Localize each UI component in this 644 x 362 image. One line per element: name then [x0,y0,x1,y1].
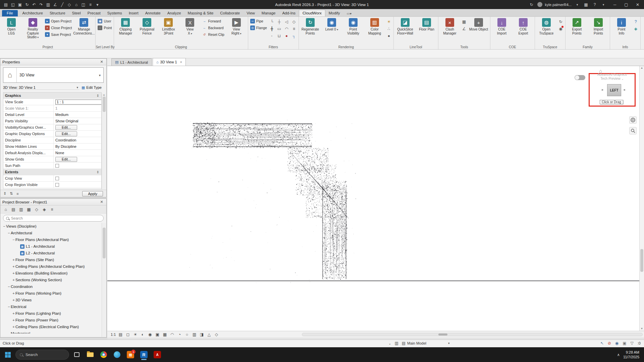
save-project-button[interactable]: ▾Save Project [44,32,73,38]
temp-view-properties-icon[interactable]: ◨ [199,332,204,337]
tree-item-mechanical[interactable]: −Mechanical [0,330,106,334]
fitter-coupling-icon[interactable]: ▭ [276,25,282,32]
temp-hide-icon[interactable]: ◔ [177,332,182,337]
tree-item-l2-architectural[interactable]: ▦L2 - Architectural [0,250,106,256]
sort-ascending-icon[interactable]: ⇕ [2,191,7,196]
exclude-options-icon[interactable]: ▣ [623,341,626,346]
point-info-button[interactable]: iPointInfo [611,17,632,36]
tray-expand-icon[interactable]: ∧ [617,353,620,357]
ribbon-tab-annotate[interactable]: Annotate [142,10,164,16]
about-icon[interactable]: ◈ [633,25,639,32]
signed-in-user[interactable]: kyle.palmerR4... [545,3,572,7]
truspace-camera-icon[interactable]: ◉ [557,25,564,32]
ribbon-tab-structure[interactable]: Structure [46,10,69,16]
tree-item-floor-plans-lighting-plan[interactable]: +Floor Plans (Lighting Plan) [0,310,106,317]
orange-app-button[interactable]: ▦1 [125,349,136,360]
ribbon-tab-add-ins[interactable]: Add-Ins [279,10,299,16]
editable-only-icon[interactable]: ▥ [394,341,398,346]
property-checkbox[interactable] [55,164,59,168]
close-button[interactable]: ✕ [632,0,643,9]
project-browser-close-icon[interactable]: ✕ [99,200,104,204]
maximize-button[interactable]: ▢ [621,0,632,9]
property-value[interactable]: By Discipline [54,143,101,149]
modify-icon[interactable]: ╱ [59,1,65,8]
print-icon[interactable]: ▥ [45,1,51,8]
expand-icon[interactable]: + [12,325,15,329]
filter-icon[interactable]: ▽ [631,341,634,346]
expand-icon[interactable]: + [12,258,15,262]
edit-type-button[interactable]: ▦ Edit Type [79,85,104,90]
browser-scrollbar[interactable] [102,223,106,337]
qat-customize-icon[interactable]: ▾ [94,1,101,8]
sun-path-icon[interactable]: ☀ [132,332,138,337]
collapse-icon[interactable]: − [7,331,11,334]
horizontal-scroll-thumb[interactable] [438,334,447,336]
clash-manager-button[interactable]: ×ClashManager [439,17,460,36]
ribbon-tab-steel[interactable]: Steel [69,10,84,16]
expand-icon[interactable]: + [12,271,15,275]
import-points-button[interactable]: ↘ImportPoints [588,17,609,36]
color-mapping-button[interactable]: ▥ColorMapping [364,17,385,36]
property-value[interactable]: Show Original [54,118,101,124]
zoom-tool-icon[interactable] [629,127,637,134]
fitter-tee-icon[interactable]: ┼ [276,18,282,25]
forward-button[interactable]: →Forward [201,18,225,24]
ribbon-tab-systems[interactable]: Systems [104,10,125,16]
view-right-button[interactable]: ▶ViewRight ▾ [226,17,247,36]
tree-item-electrical[interactable]: −Electrical [0,303,106,310]
grid-tool-icon[interactable]: ▦ [461,18,467,25]
active-workset-selector[interactable]: ▤ Main Model ▾ [402,341,450,346]
quickslice-button[interactable]: ◪QuickSliceFloor+Wall [395,17,416,36]
view-tab-l1-architectural[interactable]: ▤ L1 - Architectural [111,58,152,66]
flange-button[interactable]: ◎Flange [249,25,268,31]
sync-status-icon[interactable]: ↻ [529,2,535,7]
expand-icon[interactable]: + [12,291,15,295]
help-caret-icon[interactable]: ▾ [600,3,606,6]
ribbon-tab-massing-site[interactable]: Massing & Site [184,10,217,16]
property-checkbox[interactable] [55,177,59,180]
scroll-up-arrow[interactable]: ▲ [640,66,644,70]
coe-export-button[interactable]: ↑COEExport [513,17,534,36]
level-visibility-button[interactable]: ◉Level 0 ▾ [321,17,342,32]
tree-item-views-discipline[interactable]: −Views (Discipline) [0,223,106,230]
limitbox-3point-button[interactable]: ▣LimitBox3Point [158,17,179,36]
ribbon-tab-precast[interactable]: Precast [84,10,104,16]
ribbon-tab-insert[interactable]: Insert [125,10,142,16]
expand-icon[interactable]: + [12,278,15,282]
expand-icon[interactable]: + [12,264,15,268]
tree-item-3d-views[interactable]: +3D Views [0,297,106,303]
worksharing-display-icon[interactable]: ▥ [192,332,197,337]
constraints-icon[interactable]: ◇ [214,332,219,337]
crop-region-icon[interactable]: ▦ [162,332,167,337]
expand-icon[interactable]: + [12,311,15,315]
tree-item-floor-plans-power-plan[interactable]: +Floor Plans (Power Plan) [0,317,106,323]
collapse-icon[interactable]: − [12,238,15,242]
ribbon-tab-architecture[interactable]: Architecture [19,10,46,16]
app-menu-icon[interactable]: ▤ [3,1,9,8]
expand-icon[interactable]: + [12,298,15,302]
tree-item-floor-plans-site-plan[interactable]: +Floor Plans (Site Plan) [0,256,106,263]
drawing-area[interactable]: ⌂ Advanced Graphics Tech Preview ▸ LEFT … [107,66,639,331]
sheets-icon[interactable]: ▥ [18,206,24,213]
views-list-icon[interactable]: ▤ [10,206,17,213]
move-object-button[interactable]: +Move Object [468,17,489,32]
tree-item-architectural[interactable]: −Architectural [0,230,106,236]
sync-icon[interactable]: ↻ [24,1,30,8]
apply-button[interactable]: Apply [82,191,103,196]
analytical-model-icon[interactable]: △ [206,332,212,337]
links-icon[interactable]: ≡ [49,206,55,213]
export-points-button[interactable]: ↗ExportPoints [567,17,587,36]
reset-clip-button[interactable]: ↺Reset Clip [201,32,225,38]
sun-icon[interactable]: ☀ [386,18,392,25]
open-file-icon[interactable]: ◱ [10,1,16,8]
fitter-cap-icon[interactable]: ◠ [283,25,290,32]
redo-icon[interactable]: ↷ [38,1,44,8]
list-options-icon[interactable]: ≡ [15,192,20,196]
manage-connections-button[interactable]: ⇄ManageConnections... [73,17,94,36]
backward-button[interactable]: ←Backward [201,25,225,31]
ribbon-tab-collaborate[interactable]: Collaborate [217,10,243,16]
pdf-app-button[interactable]: A [152,349,163,360]
scale-control[interactable]: 1:1 [111,333,116,337]
visual-style-icon[interactable]: ◻ [125,332,130,337]
coe-import-button[interactable]: ↓COEImport [491,17,512,36]
